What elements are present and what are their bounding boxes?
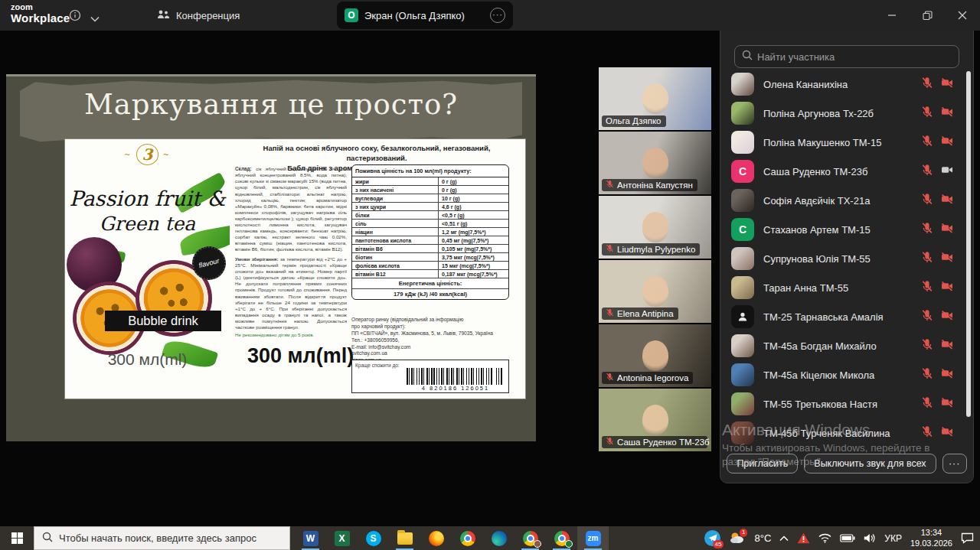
video-off-icon[interactable]	[941, 135, 953, 150]
info-icon[interactable]	[69, 9, 81, 24]
search-input[interactable]	[757, 51, 952, 63]
participant-row[interactable]: Супрунова Юлія ТМ-55	[720, 244, 973, 273]
video-thumbnail[interactable]: Антоніна Капустян	[599, 132, 711, 194]
edge-app-icon[interactable]	[483, 526, 514, 550]
list-scrollbar[interactable]	[966, 71, 971, 417]
wifi-icon[interactable]	[818, 533, 831, 543]
mic-muted-icon[interactable]	[921, 338, 933, 353]
sklad-text: сік яблучний відновлений 50 % (сік яблуч…	[235, 166, 347, 252]
mic-muted-icon[interactable]	[921, 193, 933, 208]
chrome-app-icon[interactable]	[452, 526, 483, 550]
volume-right: 300 мл(ml)	[247, 344, 354, 368]
participant-row[interactable]: ТМ-45б Турченяк Василина	[720, 418, 973, 447]
mic-muted-icon[interactable]	[921, 76, 933, 92]
video-thumbnail[interactable]: Liudmyla Pylypenko	[599, 196, 711, 259]
operator-info: Оператор ринку (відповідальний за інформ…	[351, 317, 509, 364]
participant-row[interactable]: Поліна Макушенко ТМ-15	[720, 128, 973, 157]
explorer-app-icon[interactable]	[389, 526, 420, 550]
taskbar-search[interactable]	[34, 526, 290, 550]
video-off-icon[interactable]	[941, 76, 953, 92]
operator-line: svitchay.com.ua	[351, 350, 509, 357]
video-thumbnail[interactable]: Ольга Дзяпко	[599, 67, 711, 130]
taskbar-search-input[interactable]	[59, 532, 282, 544]
telegram-icon[interactable]: 45	[704, 530, 720, 546]
video-thumbnail[interactable]: Elena Antipina	[599, 260, 711, 323]
tab-screen-share[interactable]: O Экран (Ольга Дзяпко) ···	[337, 2, 513, 29]
participant-row[interactable]: ТМ-45а Кіцелюк Микола	[720, 360, 973, 389]
battery-icon[interactable]	[840, 534, 855, 542]
participant-row[interactable]: ТМ-45а Богдан Михайло	[720, 331, 973, 360]
excel-app-icon[interactable]: X	[326, 526, 358, 550]
mic-muted-icon[interactable]	[921, 396, 933, 412]
mic-muted-icon[interactable]	[921, 367, 933, 382]
tray-expand-icon[interactable]	[779, 535, 789, 542]
video-on-icon[interactable]	[941, 164, 953, 179]
taskbar-apps: WXSzm	[295, 526, 609, 550]
clock[interactable]: 13:34 19.03.2026	[910, 528, 952, 549]
participant-row[interactable]: ТМ-55 Третьякова Настя	[720, 389, 973, 418]
mic-muted-icon[interactable]	[921, 135, 933, 150]
mic-muted-icon[interactable]	[921, 309, 933, 324]
video-off-icon[interactable]	[941, 280, 953, 295]
chrome-profile-app-icon[interactable]	[514, 526, 546, 550]
video-thumbnail[interactable]: Antonina Iegorova	[599, 324, 711, 387]
nutrition-row: пантотенова кислота0,45 мг (mg|7,5%*)	[352, 236, 508, 245]
video-off-icon[interactable]	[941, 309, 953, 324]
video-off-icon[interactable]	[941, 106, 953, 121]
video-off-icon[interactable]	[941, 222, 953, 237]
temperature[interactable]: 8°C	[754, 532, 771, 544]
chevron-down-icon[interactable]	[90, 11, 100, 25]
speaker-icon[interactable]	[864, 533, 876, 543]
action-center-icon[interactable]	[961, 532, 974, 544]
participant-row[interactable]: Олена Кананихіна	[720, 70, 973, 99]
mic-muted-icon[interactable]	[921, 251, 933, 266]
mic-muted-icon	[606, 437, 614, 447]
umovy-text: за температури від +2°С до + 25°С. Мінім…	[235, 256, 347, 330]
firefox-app-icon[interactable]	[420, 526, 452, 550]
operator-line: Тел.: +38096059956,	[351, 337, 509, 344]
start-button[interactable]	[0, 526, 34, 550]
mic-muted-icon[interactable]	[921, 106, 933, 121]
video-thumbnail[interactable]: Саша Руденко ТМ-23б	[599, 389, 711, 451]
video-off-icon[interactable]	[941, 367, 953, 382]
minimize-button[interactable]	[874, 0, 910, 31]
mic-muted-icon[interactable]	[921, 280, 933, 295]
close-button[interactable]	[945, 0, 980, 31]
more-options-button[interactable]: ···	[942, 454, 967, 474]
video-off-icon[interactable]	[941, 251, 953, 266]
skype-app-icon[interactable]: S	[358, 526, 389, 550]
operator-line: E-mail: info@svitchay.com	[351, 344, 509, 351]
participant-row[interactable]: CСаша Руденко ТМ-23б	[720, 157, 973, 186]
participant-search[interactable]	[734, 45, 959, 68]
video-name-label: Elena Antipina	[602, 308, 678, 320]
participant-name: Стаханов Артем ТМ-15	[763, 224, 915, 236]
participant-row[interactable]: Таран Анна ТМ-55	[720, 273, 973, 302]
video-off-icon[interactable]	[941, 193, 953, 208]
weather-icon[interactable]: 1	[729, 531, 746, 546]
mic-muted-icon[interactable]	[921, 164, 933, 179]
avatar	[731, 363, 754, 386]
chrome-maps-app-icon[interactable]	[546, 526, 577, 550]
slide-top-edge	[6, 74, 536, 76]
participant-name: Софія Авдєйчік ТХ-21а	[763, 195, 915, 207]
warning-icon[interactable]	[797, 532, 810, 544]
participant-row[interactable]: ТМ-25 Тарнавська Амалія	[720, 302, 973, 331]
video-name-label: Саша Руденко ТМ-23б	[602, 436, 707, 448]
word-app-icon[interactable]: W	[295, 526, 326, 550]
invite-button[interactable]: Пригласить	[727, 454, 798, 474]
language-indicator[interactable]: УКР	[884, 533, 902, 544]
zoom-app-icon[interactable]: zm	[577, 526, 609, 550]
participant-row[interactable]: Софія Авдєйчік ТХ-21а	[720, 186, 973, 215]
video-off-icon[interactable]	[941, 396, 953, 412]
avatar	[731, 305, 754, 328]
mic-muted-icon[interactable]	[921, 425, 933, 441]
video-off-icon[interactable]	[941, 425, 953, 441]
mute-all-button[interactable]: Выключить звук для всех	[804, 454, 936, 474]
video-off-icon[interactable]	[941, 338, 953, 353]
restore-button[interactable]	[910, 0, 945, 31]
participant-row[interactable]: Поліна Аргунова Тх-22б	[720, 99, 973, 128]
participant-row[interactable]: CСтаханов Артем ТМ-15	[720, 215, 973, 244]
tab-meeting[interactable]: Конференция	[157, 0, 240, 31]
mic-muted-icon[interactable]	[921, 222, 933, 237]
tab-options-icon[interactable]: ···	[490, 8, 505, 23]
